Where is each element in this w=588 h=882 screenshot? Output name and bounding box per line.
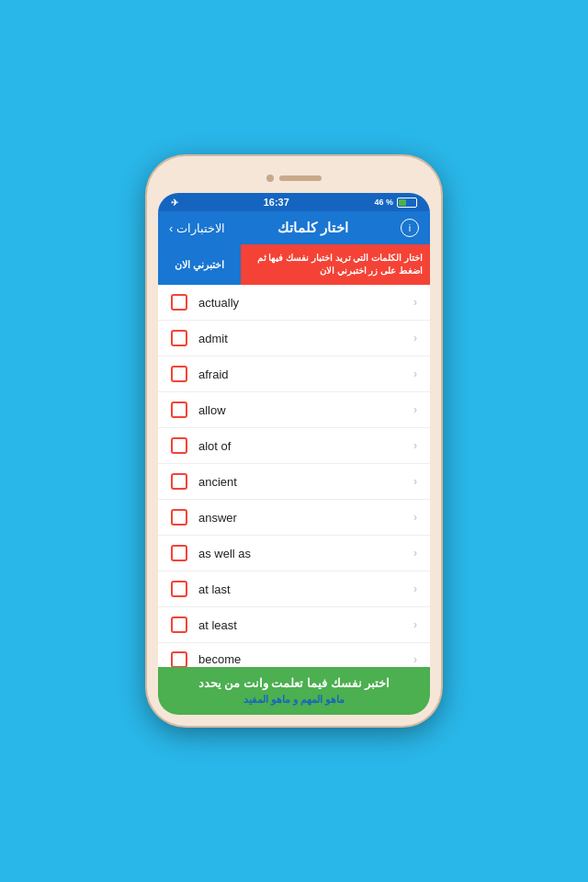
status-left: ✈	[171, 198, 178, 208]
list-item[interactable]: alot of ›	[158, 428, 430, 464]
speaker	[279, 175, 322, 181]
word-list: actually › admit › afraid › allow › alot	[158, 285, 430, 667]
phone-screen: ✈ 16:37 46 % ‹ الاختبارات اختار كلماتك i…	[158, 193, 430, 715]
chevron-right-icon: ›	[413, 296, 417, 309]
chevron-right-icon: ›	[413, 582, 417, 595]
word-atleast: at least	[198, 618, 413, 632]
airplane-icon: ✈	[171, 198, 178, 208]
checkbox-atleast[interactable]	[171, 616, 187, 633]
banner: اختبرني الان اختار الكلمات التي تريد اخت…	[158, 244, 430, 285]
list-item[interactable]: at least ›	[158, 607, 430, 643]
list-item[interactable]: allow ›	[158, 392, 430, 428]
word-aswellas: as well as	[198, 547, 413, 560]
phone-notch	[266, 175, 322, 182]
status-bar: ✈ 16:37 46 %	[158, 193, 430, 211]
chevron-right-icon: ›	[413, 439, 417, 452]
chevron-right-icon: ›	[413, 653, 417, 666]
test-me-button[interactable]: اختبرني الان	[158, 244, 241, 285]
list-item[interactable]: admit ›	[158, 321, 430, 356]
chevron-right-icon: ›	[413, 475, 417, 488]
phone-frame: ✈ 16:37 46 % ‹ الاختبارات اختار كلماتك i…	[147, 156, 441, 726]
chevron-right-icon: ›	[413, 547, 417, 560]
checkbox-admit[interactable]	[171, 330, 187, 346]
checkbox-ancient[interactable]	[171, 473, 187, 490]
chevron-right-icon: ›	[413, 332, 417, 345]
battery-fill	[399, 199, 406, 206]
word-actually: actually	[198, 296, 413, 310]
banner-description: اختار الكلمات التي تريد اختبار نفسك فيها…	[241, 244, 430, 285]
list-item[interactable]: answer ›	[158, 500, 430, 536]
word-answer: answer	[198, 511, 413, 525]
front-camera	[266, 175, 274, 182]
chevron-right-icon: ›	[413, 618, 417, 631]
checkbox-alotof[interactable]	[171, 437, 187, 454]
checkbox-actually[interactable]	[171, 294, 187, 311]
back-button[interactable]: ‹ الاختبارات	[169, 221, 225, 235]
battery-icon	[397, 198, 417, 208]
back-chevron-icon: ‹	[169, 221, 173, 235]
top-nav: ‹ الاختبارات اختار كلماتك i	[158, 211, 430, 244]
word-allow: allow	[198, 403, 413, 417]
checkbox-become[interactable]	[171, 651, 187, 668]
word-atlast: at last	[198, 582, 413, 596]
word-admit: admit	[198, 332, 413, 345]
checkbox-allow[interactable]	[171, 401, 187, 418]
chevron-right-icon: ›	[413, 511, 417, 524]
back-label[interactable]: الاختبارات	[176, 221, 225, 235]
page-title: اختار كلماتك	[277, 220, 348, 236]
info-button[interactable]: i	[401, 219, 419, 237]
battery-percent: 46 %	[374, 198, 393, 207]
checkbox-aswellas[interactable]	[171, 545, 187, 561]
bottom-banner-title: اختبر نفسك فيما تعلمت وانت من يحدد	[171, 676, 417, 690]
list-item[interactable]: as well as ›	[158, 536, 430, 571]
bottom-banner-subtitle: ماهو المهم و ماهو المفيد	[171, 694, 417, 706]
word-ancient: ancient	[198, 475, 413, 489]
chevron-right-icon: ›	[413, 368, 417, 380]
status-right: 46 %	[374, 198, 417, 208]
checkbox-answer[interactable]	[171, 509, 187, 526]
checkbox-atlast[interactable]	[171, 581, 187, 597]
list-item[interactable]: at last ›	[158, 571, 430, 607]
word-afraid: afraid	[198, 368, 413, 381]
list-item[interactable]: ancient ›	[158, 464, 430, 500]
status-time: 16:37	[264, 197, 289, 208]
word-alotof: alot of	[198, 439, 413, 453]
list-item[interactable]: actually ›	[158, 285, 430, 321]
chevron-right-icon: ›	[413, 403, 417, 416]
bottom-banner: اختبر نفسك فيما تعلمت وانت من يحدد ماهو …	[158, 667, 430, 715]
list-item[interactable]: become ›	[158, 643, 430, 667]
checkbox-afraid[interactable]	[171, 366, 187, 382]
word-become: become	[198, 652, 413, 666]
list-item[interactable]: afraid ›	[158, 356, 430, 392]
